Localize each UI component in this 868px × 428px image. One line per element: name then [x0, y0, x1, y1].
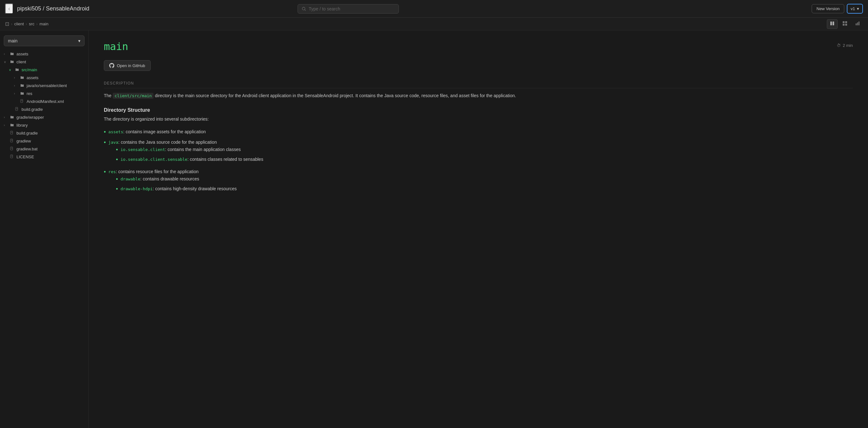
tree-item[interactable]: ›assets [0, 74, 88, 82]
tree-item[interactable]: gradlew [0, 137, 88, 145]
bullet-dot-sub: • [116, 185, 118, 193]
tree-item[interactable]: AndroidManifest.xml [0, 97, 88, 105]
clock-icon: ⏱ [837, 43, 841, 48]
caret-icon: ∨ [9, 68, 13, 71]
breadcrumb-main[interactable]: main [39, 22, 49, 26]
search-bar[interactable] [298, 4, 399, 13]
tree-item-label: gradlew.bat [17, 147, 38, 151]
bullet-dot: • [104, 128, 106, 136]
list-item-io-sensable-client: • io.sensable.client: contains the main … [116, 146, 263, 154]
tree-item[interactable]: ›assets [0, 50, 88, 58]
dir-structure-title: Directory Structure [104, 107, 853, 113]
folder-icon [10, 123, 14, 128]
caret-icon: › [4, 123, 8, 127]
search-icon [302, 7, 306, 11]
bullet-dot-sub: • [116, 146, 118, 154]
tree-item-label: java/io/sensable/client [27, 83, 67, 88]
caret-icon: › [4, 52, 8, 56]
repo-title: pipski505 / SensableAndroid [17, 5, 89, 12]
file-icon [20, 99, 25, 104]
book-icon [830, 21, 835, 26]
caret-icon: › [14, 84, 18, 87]
branch-label: main [8, 38, 18, 43]
github-icon [109, 63, 114, 68]
folder-icon [10, 52, 14, 56]
back-button[interactable]: ‹ [5, 3, 13, 14]
list-item-res: • res: contains resource files for the a… [104, 168, 853, 195]
topnav: ‹ pipski505 / SensableAndroid New Versio… [0, 0, 868, 18]
tree-item-label: assets [17, 52, 29, 56]
inline-code-path: client/src/main [113, 93, 154, 99]
file-icon [15, 107, 20, 112]
java-sub-list: • io.sensable.client: contains the main … [108, 146, 263, 164]
tree-item[interactable]: ∨src/main [0, 66, 88, 74]
open-in-github-button[interactable]: Open in GitHub [104, 60, 151, 71]
svg-rect-6 [843, 24, 844, 26]
folder-icon [20, 83, 25, 88]
caret-icon: › [14, 76, 18, 80]
bullet-key-assets: assets [108, 129, 123, 134]
tree-item-label: AndroidManifest.xml [27, 99, 64, 104]
new-version-button[interactable]: New Version [812, 4, 844, 13]
tree-item[interactable]: build.gradle [0, 105, 88, 113]
chart-icon [855, 21, 860, 26]
svg-rect-10 [859, 22, 860, 25]
bullet-key-java: java [108, 140, 118, 145]
description-text: The client/src/main directory is the mai… [104, 92, 853, 100]
expand-icon [842, 21, 847, 26]
bullet-key-res: res [108, 170, 116, 174]
svg-rect-5 [845, 21, 847, 23]
breadcrumb-sep-2: › [26, 22, 27, 26]
tree-item-label: res [27, 91, 32, 96]
tree-item[interactable]: ›java/io/sensable/client [0, 82, 88, 90]
view-book-button[interactable] [827, 19, 838, 29]
tree-item[interactable]: ›res [0, 90, 88, 97]
tree-item[interactable]: ∨client [0, 58, 88, 66]
folder-icon [20, 91, 25, 96]
svg-rect-2 [830, 22, 832, 25]
breadcrumb-src[interactable]: src [29, 22, 34, 26]
view-expand-button[interactable] [839, 19, 850, 29]
main-layout: main ▾ ›assets∨client∨src/main›assets›ja… [0, 30, 868, 428]
bullet-key-io-sensable-client: io.sensable.client [121, 147, 165, 152]
tree-item[interactable]: ›gradle/wrapper [0, 113, 88, 121]
file-icon [10, 154, 14, 159]
tree-item-label: gradle/wrapper [17, 115, 44, 120]
breadcrumb-sep-1: › [11, 22, 12, 26]
bullet-key-drawable: drawable [121, 177, 141, 181]
tree-item-label: src/main [22, 67, 37, 72]
list-item-drawable-hdpi: • drawable-hdpi: contains high-density d… [116, 185, 237, 193]
view-toggle [827, 19, 863, 29]
breadcrumb-client[interactable]: client [14, 22, 24, 26]
topnav-actions: New Version v1 ▾ [812, 4, 863, 13]
list-item-assets: • assets: contains image assets for the … [104, 128, 853, 136]
bullet-key-io-sensable-client-sensable: io.sensable.client.sensable [121, 157, 187, 162]
tree-item-label: assets [27, 75, 39, 80]
folder-icon [10, 60, 14, 64]
search-input[interactable] [309, 6, 395, 11]
breadcrumb-bar: ⊡ › client › src › main [0, 18, 868, 30]
version-label: v1 [850, 6, 855, 11]
list-item-drawable: • drawable: contains drawable resources [116, 175, 237, 183]
tree-item[interactable]: LICENSE [0, 153, 88, 161]
tree-item-label: LICENSE [17, 154, 34, 159]
tree-item[interactable]: build.gradle [0, 129, 88, 137]
description-label: DESCRIPTION [104, 81, 853, 88]
view-chart-button[interactable] [852, 19, 863, 29]
svg-rect-8 [856, 24, 857, 25]
svg-rect-7 [845, 24, 847, 26]
file-tree: ›assets∨client∨src/main›assets›java/io/s… [0, 50, 88, 161]
branch-selector[interactable]: main ▾ [4, 35, 85, 46]
reading-time-value: 2 min [843, 43, 853, 48]
folder-icon [20, 75, 25, 80]
tree-item-label: gradlew [17, 139, 31, 144]
chevron-down-icon: ▾ [857, 6, 859, 11]
folder-icon [15, 67, 20, 72]
tree-item[interactable]: gradlew.bat [0, 145, 88, 153]
tree-item-label: build.gradle [22, 107, 43, 112]
version-selector[interactable]: v1 ▾ [847, 4, 863, 13]
caret-icon: › [14, 92, 18, 95]
github-btn-label: Open in GitHub [117, 63, 145, 68]
tree-item[interactable]: ›library [0, 121, 88, 129]
chevron-down-icon: ▾ [78, 38, 81, 43]
